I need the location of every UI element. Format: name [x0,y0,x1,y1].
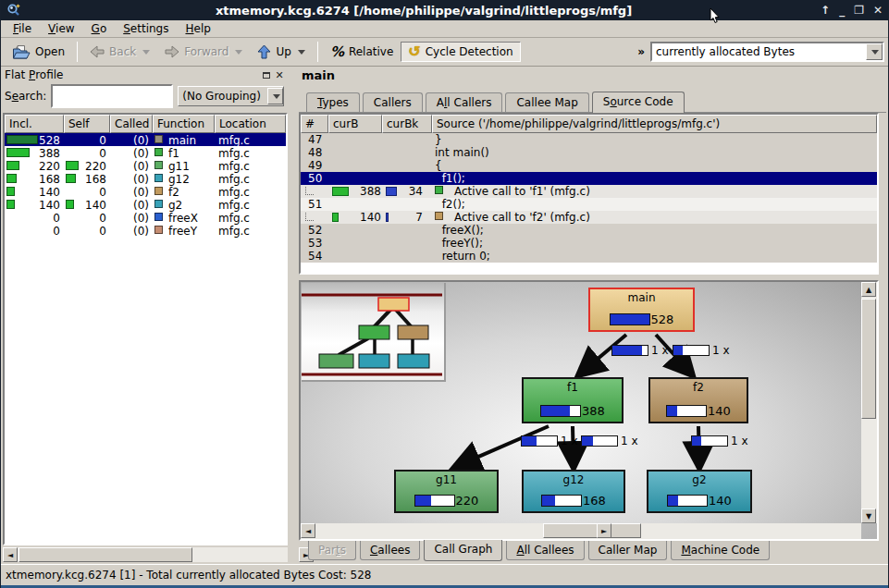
tab-parts[interactable]: Parts [308,541,356,560]
col-curBk[interactable]: curBk [382,115,432,133]
close-button[interactable]: ✕ [873,4,883,17]
page-title: main [302,68,335,82]
col-function[interactable]: Function [153,115,215,133]
graph-node-main[interactable]: main 528 [588,288,695,332]
graph-node-g2[interactable]: g2 140 [647,470,752,513]
source-line[interactable]: 53 freeY(); [301,237,877,250]
up-button[interactable]: Up [250,41,312,63]
graph-node-f1[interactable]: f1 388 [522,377,624,423]
tab-caller-map[interactable]: Caller Map [588,541,668,560]
source-call-row[interactable]: 388 34 Active call to 'f1' (mfg.c) [301,185,877,198]
scrollbar-thumb[interactable] [861,299,876,419]
menu-view[interactable]: View [40,21,82,36]
edge-label-f1-g12: 1 x [581,435,638,447]
panel-splitter[interactable] [290,67,297,564]
tab-types[interactable]: Types [306,92,360,112]
source-line[interactable]: 54 return 0; [301,250,877,263]
forward-dropdown-icon[interactable] [235,50,242,55]
curB-bar [332,187,349,196]
table-row-main[interactable]: 528 0 (0) main mfg.c [5,133,286,146]
source-line[interactable]: 47} [301,133,877,146]
col-self[interactable]: Self [64,115,110,133]
forward-arrow-icon [165,45,179,58]
call-graph-panel[interactable]: main 528 f1 388 f2 140 g11 220 g12 168 [299,280,879,541]
col-curB[interactable]: curB [328,115,382,133]
open-button[interactable]: Open [5,41,72,64]
tab-callee-map[interactable]: Callee Map [505,92,588,112]
graph-node-g12[interactable]: g12 168 [522,470,625,513]
tab-source-code[interactable]: Source Code [592,92,685,113]
table-row-g12[interactable]: 168 168 (0) g12 mfg.c [5,172,286,185]
table-row-freeY[interactable]: 0 0 (0) freeY mfg.c [5,224,286,237]
table-row-freeX[interactable]: 0 0 (0) freeX mfg.c [5,211,286,224]
col-location[interactable]: Location [215,115,286,133]
graph-overview-map[interactable] [302,283,446,382]
dock-horizontal-scrollbar[interactable]: ◄ ► [3,547,288,562]
graph-node-g11[interactable]: g11 220 [394,470,499,513]
back-dropdown-icon[interactable] [142,50,150,55]
menu-file[interactable]: File [5,21,40,36]
source-line[interactable]: 52 freeX(); [301,224,877,237]
relative-button[interactable]: % Relative [323,40,401,64]
forward-button[interactable]: Forward [157,42,250,62]
mouse-cursor [710,7,721,24]
combo-dropdown-button[interactable] [267,88,283,104]
menu-settings[interactable]: Settings [115,21,177,36]
scroll-down-icon[interactable]: ▼ [861,508,876,523]
source-line[interactable]: 48int main() [301,146,877,159]
tab-all-callers[interactable]: All Callers [426,92,503,112]
scrollbar-thumb[interactable] [19,547,192,562]
source-line[interactable]: 51 f2(); [301,198,877,211]
graph-vertical-scrollbar[interactable]: ▲ ▼ [861,282,877,523]
scroll-up-icon[interactable]: ▲ [861,282,876,297]
flat-profile-table: Incl. Self Called Function Location 528 … [3,113,288,545]
tab-machine-code[interactable]: Machine Code [671,541,770,560]
grouping-select[interactable]: (No Grouping) [178,86,284,106]
graph-horizontal-scrollbar[interactable]: ◄ ► [301,523,861,539]
dock-close-button[interactable]: ✕ [273,69,286,81]
edge-label-f1-g11: 1 x [521,435,578,447]
self-bar [66,174,76,183]
combo-dropdown-button[interactable] [866,43,883,60]
tab-callers[interactable]: Callers [363,92,423,112]
back-button[interactable]: Back [82,42,157,62]
maximize-button[interactable]: ❐ [854,4,864,17]
tab-call-graph[interactable]: Call Graph [424,540,502,561]
source-call-row[interactable]: 140 7 Active call to 'f2' (mfg.c) [301,211,877,224]
scrollbar-thumb[interactable] [543,523,641,538]
col-line[interactable]: # [301,115,328,133]
table-row-g2[interactable]: 140 140 (0) g2 mfg.c [5,198,286,211]
source-line-selected[interactable]: 50 f1(); [301,172,877,185]
dock-header[interactable]: Flat Profile ✕ [1,67,290,83]
col-source-file[interactable]: Source ('/home/philippe/valgrind/littlep… [432,115,877,133]
incl-bar [6,148,30,157]
scroll-left-icon[interactable]: ◄ [301,523,315,538]
col-called[interactable]: Called [110,115,153,133]
minimize-button[interactable]: _ [839,4,845,17]
menu-help[interactable]: Help [177,21,218,36]
title-bar[interactable]: xtmemory.kcg.6274 [/home/philippe/valgri… [1,0,888,20]
up-dropdown-icon[interactable] [298,50,305,55]
scroll-right-icon[interactable]: ► [597,523,611,538]
shade-button[interactable]: ↑ [821,4,830,17]
col-incl[interactable]: Incl. [5,115,64,133]
window-title: xtmemory.kcg.6274 [/home/philippe/valgri… [27,4,821,18]
event-type-select[interactable]: currently allocated Bytes [650,42,884,62]
edge-label-f2-g2: 1 x [691,435,748,447]
search-input[interactable] [53,86,171,106]
scroll-left-icon[interactable]: ◄ [3,547,18,562]
table-row-f1[interactable]: 388 0 (0) f1 mfg.c [5,146,286,159]
dock-float-button[interactable] [260,69,273,81]
tab-all-callees[interactable]: All Callees [506,541,584,560]
toolbar-overflow-button[interactable]: » [632,45,650,58]
source-line[interactable]: 49{ [301,159,877,172]
incl-bar [6,135,38,144]
table-row-g11[interactable]: 220 220 (0) g11 mfg.c [5,159,286,172]
tab-callees[interactable]: Callees [360,541,420,560]
cycle-detection-button[interactable]: ↺ Cycle Detection [401,42,520,62]
table-row-f2[interactable]: 140 0 (0) f2 mfg.c [5,185,286,198]
graph-node-f2[interactable]: f2 140 [648,377,748,423]
menu-go[interactable]: Go [83,21,116,36]
status-text: xtmemory.kcg.6274 [1] - Total currently … [6,569,371,582]
cost-bar [667,406,677,416]
